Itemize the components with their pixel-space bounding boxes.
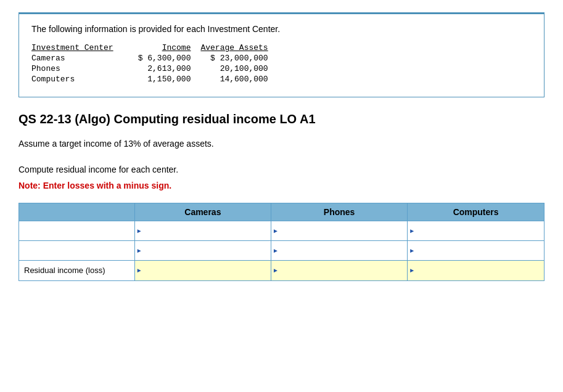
- input-cell-computers-1: ►: [408, 221, 544, 241]
- col-header-phones: Phones: [271, 203, 407, 221]
- instruction-1: Assume a target income of 13% of average…: [18, 139, 545, 149]
- info-table: Investment Center Income Average Assets …: [31, 43, 278, 84]
- triangle-icon-6: ►: [408, 247, 416, 254]
- table-row: Computers 1,150,000 14,600,000: [31, 74, 278, 84]
- input-cameras-residual[interactable]: [144, 261, 271, 280]
- question-title: QS 22-13 (Algo) Computing residual incom…: [18, 112, 545, 126]
- input-cell-computers-2: ►: [408, 241, 544, 261]
- col-header-income: Income: [138, 43, 201, 53]
- triangle-icon-3: ►: [408, 227, 416, 234]
- investment-center-computers: Computers: [31, 74, 138, 84]
- income-cameras: $ 6,300,000: [138, 53, 201, 63]
- triangle-icon-9: ►: [408, 267, 416, 274]
- row-label-2: [19, 241, 134, 261]
- col-header-label: [19, 203, 134, 221]
- input-phones-residual[interactable]: [280, 261, 407, 280]
- triangle-icon-8: ►: [271, 267, 280, 274]
- avg-assets-phones: 20,100,000: [200, 63, 277, 74]
- col-header-investment-center: Investment Center: [31, 43, 138, 53]
- table-row: Phones 2,613,000 20,100,000: [31, 63, 278, 74]
- input-cell-computers-residual: ►: [408, 261, 544, 280]
- investment-center-cameras: Cameras: [31, 53, 138, 63]
- table-row: ► ► ►: [19, 241, 544, 261]
- input-cameras-row1[interactable]: [144, 221, 271, 240]
- input-phones-row1[interactable]: [280, 221, 407, 240]
- row-label-1: [19, 221, 134, 241]
- input-phones-row2[interactable]: [280, 241, 407, 260]
- col-header-cameras: Cameras: [134, 203, 271, 221]
- input-computers-residual[interactable]: [416, 261, 544, 280]
- top-section: The following information is provided fo…: [18, 12, 545, 97]
- intro-text: The following information is provided fo…: [31, 24, 532, 34]
- input-cell-cameras-residual: ►: [134, 261, 271, 280]
- residual-row-label: Residual income (loss): [19, 261, 134, 280]
- avg-assets-cameras: $ 23,000,000: [200, 53, 277, 63]
- table-row: ► ► ►: [19, 221, 544, 241]
- note-text: Note: Enter losses with a minus sign.: [18, 181, 545, 190]
- input-cell-cameras-2: ►: [134, 241, 271, 261]
- answer-table: Cameras Phones Computers ► ►: [19, 203, 544, 280]
- triangle-icon-1: ►: [135, 227, 144, 234]
- input-cell-phones-1: ►: [271, 221, 407, 241]
- answer-table-wrapper: Cameras Phones Computers ► ►: [18, 203, 545, 281]
- avg-assets-computers: 14,600,000: [200, 74, 277, 84]
- input-cell-phones-2: ►: [271, 241, 407, 261]
- income-computers: 1,150,000: [138, 74, 201, 84]
- input-computers-row1[interactable]: [416, 221, 544, 240]
- input-cell-cameras-1: ►: [134, 221, 271, 241]
- triangle-icon-5: ►: [271, 247, 280, 254]
- table-row: Cameras $ 6,300,000 $ 23,000,000: [31, 53, 278, 63]
- triangle-icon-2: ►: [271, 227, 280, 234]
- input-cameras-row2[interactable]: [144, 241, 271, 260]
- investment-center-phones: Phones: [31, 63, 138, 74]
- triangle-icon-7: ►: [135, 267, 144, 274]
- income-phones: 2,613,000: [138, 63, 201, 74]
- col-header-avg-assets: Average Assets: [200, 43, 277, 53]
- input-computers-row2[interactable]: [416, 241, 544, 260]
- residual-income-row: Residual income (loss) ► ► ►: [19, 261, 544, 280]
- col-header-computers: Computers: [408, 203, 544, 221]
- input-cell-phones-residual: ►: [271, 261, 407, 280]
- instruction-2: Compute residual income for each center.: [18, 165, 545, 174]
- triangle-icon-4: ►: [135, 247, 144, 254]
